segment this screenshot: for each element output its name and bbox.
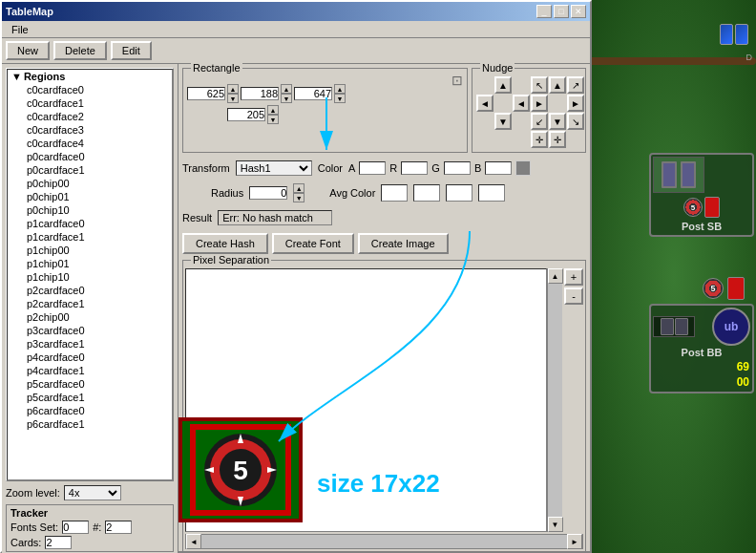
fonts-set-input[interactable] [62, 521, 89, 534]
tree-item-p0cardface0[interactable]: p0cardface0 [8, 150, 172, 163]
tree-item-p0chip10[interactable]: p0chip10 [8, 203, 172, 217]
nudge-right[interactable]: ► [531, 95, 548, 112]
svg-text:5: 5 [233, 456, 248, 485]
nudge-down2[interactable]: ▼ [549, 113, 566, 130]
nudge-up2[interactable]: ▲ [549, 76, 566, 94]
tree-item-p2cardface0[interactable]: p2cardface0 [8, 284, 172, 297]
color-g-input[interactable] [444, 161, 471, 175]
cards-input[interactable] [45, 536, 72, 549]
create-hash-button[interactable]: Create Hash [182, 233, 268, 254]
regions-header[interactable]: ▼ Regions [8, 70, 172, 83]
tree-item-p1chip10[interactable]: p1chip10 [8, 270, 172, 284]
pixel-sep-scroll-down[interactable]: ▼ [548, 517, 563, 532]
nudge-upright[interactable]: ↗ [567, 76, 584, 94]
rect-y-down[interactable]: ▼ [267, 115, 279, 124]
nudge-plus[interactable]: ✛ [531, 131, 548, 148]
nudge-downright[interactable]: ↘ [567, 113, 584, 130]
tree-item-c0cardface2[interactable]: c0cardface2 [8, 110, 172, 123]
regions-tree[interactable]: ▼ Regions c0cardface0 c0cardface1 c0card… [7, 69, 173, 480]
tree-item-p4cardface0[interactable]: p4cardface0 [8, 351, 172, 364]
ub-logo: ub [712, 308, 750, 346]
result-row: Result Err: No hash match [182, 210, 586, 225]
tree-item-p0chip01[interactable]: p0chip01 [8, 190, 172, 203]
create-image-button[interactable]: Create Image [358, 233, 449, 254]
rect-x-spinners: ▲ ▼ [227, 84, 239, 103]
hscroll-track[interactable] [201, 535, 567, 548]
transform-label: Transform [182, 162, 230, 174]
bb-num2: 00 [737, 375, 749, 389]
tracker-label: Tracker [10, 507, 169, 519]
tree-item-p2chip00[interactable]: p2chip00 [8, 310, 172, 324]
tree-item-c0cardface3[interactable]: c0cardface3 [8, 123, 172, 137]
pixel-sep-bottom: ◄ ► [185, 534, 583, 549]
side-btn-plus[interactable]: + [564, 268, 583, 286]
rect-r-up[interactable]: ▲ [334, 84, 346, 94]
nudge-upleft[interactable]: ↖ [531, 76, 548, 94]
tree-item-p3cardface0[interactable]: p3cardface0 [8, 324, 172, 337]
top-row: Rectangle ⊡ ▲ ▼ ▲ [182, 68, 586, 153]
nudge-up[interactable]: ▲ [494, 76, 512, 94]
tree-item-c0cardface4[interactable]: c0cardface4 [8, 137, 172, 150]
zoom-select[interactable]: 4x 1x 2x 8x [64, 485, 121, 500]
tree-item-p0chip00[interactable]: p0chip00 [8, 177, 172, 190]
tree-item-p2cardface1[interactable]: p2cardface1 [8, 297, 172, 310]
tree-item-p6cardface1[interactable]: p6cardface1 [8, 417, 172, 431]
tree-item-c0cardface0[interactable]: c0cardface0 [8, 83, 172, 96]
nudge-plus2[interactable]: ✛ [549, 131, 566, 148]
minimize-button[interactable]: _ [536, 5, 552, 18]
nudge-left2[interactable]: ◄ [513, 95, 530, 112]
new-button[interactable]: New [6, 41, 50, 60]
color-b-label: B [474, 162, 481, 174]
menu-file[interactable]: File [6, 24, 34, 35]
pixel-sep-scrollbar: ▲ ▼ [547, 268, 562, 532]
tree-item-p1cardface1[interactable]: p1cardface1 [8, 230, 172, 244]
edit-button[interactable]: Edit [111, 41, 152, 60]
pixel-sep-scroll-track[interactable] [548, 284, 562, 517]
nudge-down[interactable]: ▼ [494, 113, 512, 130]
rect-x-up[interactable]: ▲ [227, 84, 239, 94]
side-btn-minus[interactable]: - [564, 287, 583, 305]
color-b-input[interactable] [485, 161, 512, 175]
pixel-sep-scroll-up[interactable]: ▲ [548, 268, 563, 284]
radius-input[interactable] [249, 186, 287, 200]
tree-item-c0cardface1[interactable]: c0cardface1 [8, 96, 172, 110]
radius-down[interactable]: ▼ [293, 193, 304, 202]
nudge-downleft[interactable]: ↙ [531, 113, 548, 130]
tree-item-p1cardface0[interactable]: p1cardface0 [8, 217, 172, 230]
rect-w-down[interactable]: ▼ [281, 94, 292, 103]
rect-x-down[interactable]: ▼ [227, 94, 239, 103]
tree-item-p6cardface0[interactable]: p6cardface0 [8, 404, 172, 417]
chip-sb-1: 5 [683, 198, 703, 217]
color-r-input[interactable] [401, 161, 428, 175]
rect-r-input[interactable] [294, 87, 332, 100]
tree-item-p1chip00[interactable]: p1chip00 [8, 244, 172, 257]
chip-svg: 5 [188, 422, 293, 518]
left-panel: ▼ Regions c0cardface0 c0cardface1 c0card… [2, 64, 178, 553]
tree-item-p1chip01[interactable]: p1chip01 [8, 257, 172, 270]
rect-r-down[interactable]: ▼ [334, 94, 346, 103]
nudge-right2[interactable]: ► [567, 95, 584, 112]
color-inputs: A R G B [348, 160, 531, 176]
rect-w-input[interactable] [241, 87, 279, 100]
hscroll-right[interactable]: ► [567, 534, 582, 549]
rect-y-up[interactable]: ▲ [267, 105, 279, 115]
hscroll-left[interactable]: ◄ [186, 534, 201, 549]
radius-up[interactable]: ▲ [293, 183, 304, 193]
color-a-input[interactable] [359, 161, 386, 175]
close-button[interactable]: ✕ [571, 5, 586, 18]
tree-item-p5cardface0[interactable]: p5cardface0 [8, 377, 172, 391]
nudge-left[interactable]: ◄ [476, 95, 494, 112]
rect-y-input[interactable] [227, 108, 265, 121]
tree-item-p5cardface1[interactable]: p5cardface1 [8, 391, 172, 404]
color-picker-icon[interactable] [515, 160, 531, 176]
transform-select[interactable]: Hash1 Hash2 Image [236, 160, 312, 176]
delete-button[interactable]: Delete [53, 41, 107, 60]
rect-x-input[interactable] [187, 87, 225, 100]
tree-item-p0cardface1[interactable]: p0cardface1 [8, 163, 172, 177]
maximize-button[interactable]: □ [554, 5, 569, 18]
hash-input[interactable] [105, 521, 132, 534]
tree-item-p3cardface1[interactable]: p3cardface1 [8, 337, 172, 351]
tree-item-p4cardface1[interactable]: p4cardface1 [8, 364, 172, 377]
rect-w-up[interactable]: ▲ [281, 84, 292, 94]
create-font-button[interactable]: Create Font [272, 233, 354, 254]
